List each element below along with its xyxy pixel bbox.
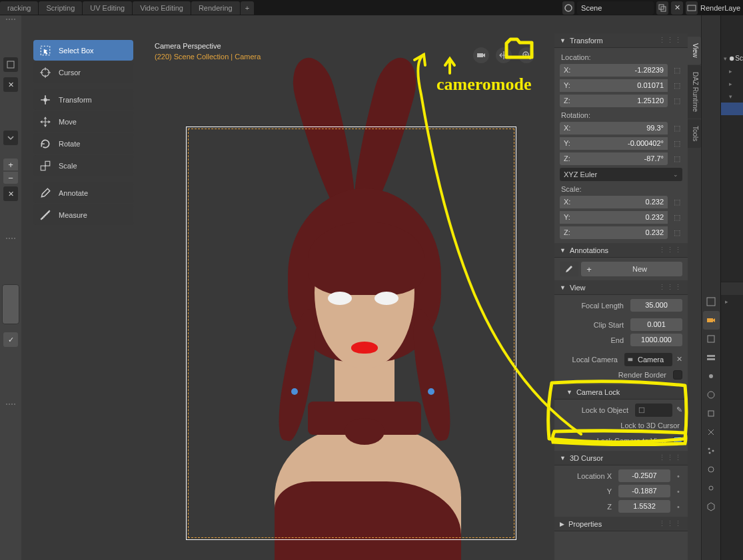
local-camera-field[interactable]: Camera	[624, 353, 672, 366]
object-tab-icon[interactable]	[703, 404, 720, 423]
lock-icon[interactable]: ⬚	[672, 197, 682, 208]
lock-icon[interactable]: ⬚	[672, 96, 682, 107]
lock-to-object-field[interactable]	[635, 404, 672, 417]
check-button[interactable]: ✓	[3, 332, 18, 347]
outliner-row[interactable]: ▾	[721, 90, 743, 103]
rotation-z-field[interactable]: Z:-87.7°	[560, 152, 668, 165]
outliner-row[interactable]: ▾Sc	[721, 52, 743, 65]
rotation-x-field[interactable]: X:99.3°	[560, 122, 668, 135]
dropdown-icon[interactable]	[3, 131, 18, 145]
new-annotation-button[interactable]: +New	[581, 262, 682, 276]
particles-tab-icon[interactable]	[703, 441, 720, 460]
grip-icon[interactable]: ⋮⋮⋮	[658, 36, 682, 45]
drag-handle-icon[interactable]	[6, 238, 15, 244]
cursor-x-field[interactable]: -0.2507	[618, 469, 670, 482]
tool-cursor[interactable]: Cursor	[33, 62, 133, 83]
lock-icon[interactable]: ⬚	[672, 154, 682, 164]
clear-icon[interactable]: ✕	[676, 355, 682, 364]
dot-icon[interactable]: •	[674, 503, 682, 511]
tool-transform[interactable]: Transform	[33, 89, 133, 110]
lock-icon[interactable]: ⬚	[672, 65, 682, 76]
world-tab-icon[interactable]	[703, 386, 720, 404]
side-tab-view[interactable]: View	[688, 37, 701, 65]
scene-delete-icon[interactable]: ✕	[671, 1, 683, 15]
drag-handle-icon[interactable]	[6, 404, 15, 410]
cursor-y-field[interactable]: -0.1887	[618, 485, 670, 497]
data-tab-icon[interactable]	[703, 497, 720, 516]
clip-start-field[interactable]: 0.001	[630, 318, 682, 331]
grip-icon[interactable]: ⋮⋮⋮	[658, 519, 682, 528]
zoom-in-button[interactable]: +	[3, 158, 18, 170]
side-tab-tools[interactable]: Tools	[688, 119, 701, 148]
dot-icon[interactable]: •	[674, 472, 682, 480]
eyedropper-icon[interactable]: ✎	[676, 406, 682, 414]
toolbar-popover-icon[interactable]	[3, 57, 18, 72]
viewlayer-tab-icon[interactable]	[703, 348, 720, 367]
tab-uvediting[interactable]: UV Editing	[83, 1, 132, 15]
grip-icon[interactable]: ⋮⋮⋮	[658, 246, 682, 254]
clip-end-field[interactable]: 1000.000	[630, 334, 682, 346]
scene-name-field[interactable]: Scene	[577, 1, 654, 15]
cursor-panel-header[interactable]: ▼ 3D Cursor ⋮⋮⋮	[554, 451, 688, 465]
annotations-panel-header[interactable]: ▼ Annotations ⋮⋮⋮	[554, 243, 688, 258]
scene-copy-icon[interactable]	[656, 1, 668, 15]
render-tab-icon[interactable]	[703, 311, 720, 330]
tab-tracking[interactable]: racking	[0, 1, 38, 15]
modifier-tab-icon[interactable]	[703, 423, 720, 441]
rotation-y-field[interactable]: Y:-0.000402°	[560, 137, 668, 150]
properties-panel-header[interactable]: ▶ Properties ⋮⋮⋮	[554, 517, 688, 531]
zoom-view-icon[interactable]	[518, 47, 534, 63]
render-border-checkbox[interactable]	[673, 370, 682, 380]
rotation-mode-dropdown[interactable]: XYZ Euler⌄	[560, 168, 682, 181]
location-y-field[interactable]: Y:0.01071	[560, 79, 668, 92]
outliner-row[interactable]: ▸	[721, 65, 743, 77]
lock-icon[interactable]: ⬚	[672, 212, 682, 223]
scale-x-field[interactable]: X:0.232	[560, 196, 668, 208]
tab-rendering[interactable]: Rendering	[191, 1, 240, 15]
lock-icon[interactable]: ⬚	[672, 228, 682, 238]
tab-scripting[interactable]: Scripting	[39, 1, 82, 15]
camera-lock-panel-header[interactable]: ▼ Camera Lock	[554, 385, 688, 400]
lock-icon[interactable]: ⬚	[672, 139, 682, 149]
location-z-field[interactable]: Z:1.25120	[560, 95, 668, 107]
tool-select-box[interactable]: Select Box	[33, 40, 133, 61]
outliner-row-selected[interactable]	[721, 103, 743, 115]
scale-y-field[interactable]: Y:0.232	[560, 211, 668, 224]
dot-icon[interactable]: •	[674, 487, 682, 495]
tool-measure[interactable]: Measure	[33, 204, 133, 225]
transform-panel-header[interactable]: ▼ Transform ⋮⋮⋮	[554, 33, 688, 48]
pencil-icon[interactable]	[560, 262, 578, 276]
view-panel-header[interactable]: ▼ View ⋮⋮⋮	[554, 280, 688, 295]
outliner-row[interactable]: ▸	[721, 295, 743, 308]
output-tab-icon[interactable]	[703, 330, 720, 348]
scale-z-field[interactable]: Z:0.232	[560, 226, 668, 239]
close-button[interactable]: ✕	[3, 186, 18, 201]
tool-move[interactable]: Move	[33, 111, 133, 132]
grip-icon[interactable]: ⋮⋮⋮	[658, 453, 682, 462]
tool-scale[interactable]: Scale	[33, 155, 133, 176]
constraint-tab-icon[interactable]	[703, 479, 720, 497]
drag-handle-icon[interactable]	[6, 19, 15, 25]
renderlayer-browse-icon[interactable]	[686, 1, 698, 15]
tool-annotate[interactable]: Annotate	[33, 182, 133, 203]
toolbar-close-icon[interactable]: ✕	[3, 77, 18, 92]
side-tab-daz[interactable]: DAZ Runtime	[688, 65, 701, 119]
lock-icon[interactable]: ⬚	[672, 123, 682, 134]
zoom-out-button[interactable]: −	[3, 172, 18, 184]
lock-camera-to-view-checkbox[interactable]	[673, 436, 682, 445]
tool-rotate[interactable]: Rotate	[33, 133, 133, 154]
scene-browse-icon[interactable]	[562, 1, 574, 15]
chevron-down-icon: ▼	[560, 247, 566, 254]
chevron-right-icon: ▶	[560, 521, 564, 527]
tab-add[interactable]: +	[241, 1, 254, 15]
lock-icon[interactable]: ⬚	[672, 81, 682, 91]
location-x-field[interactable]: X:-1.28239	[560, 64, 668, 77]
scene-tab-icon[interactable]	[703, 367, 720, 386]
tab-videoediting[interactable]: Video Editing	[133, 1, 191, 15]
editor-type-icon[interactable]	[703, 292, 720, 311]
cursor-z-field[interactable]: 1.5532	[618, 500, 670, 513]
grip-icon[interactable]: ⋮⋮⋮	[658, 283, 682, 292]
focal-length-field[interactable]: 35.000	[630, 299, 682, 312]
outliner-row[interactable]: ▸	[721, 77, 743, 90]
physics-tab-icon[interactable]	[703, 460, 720, 479]
